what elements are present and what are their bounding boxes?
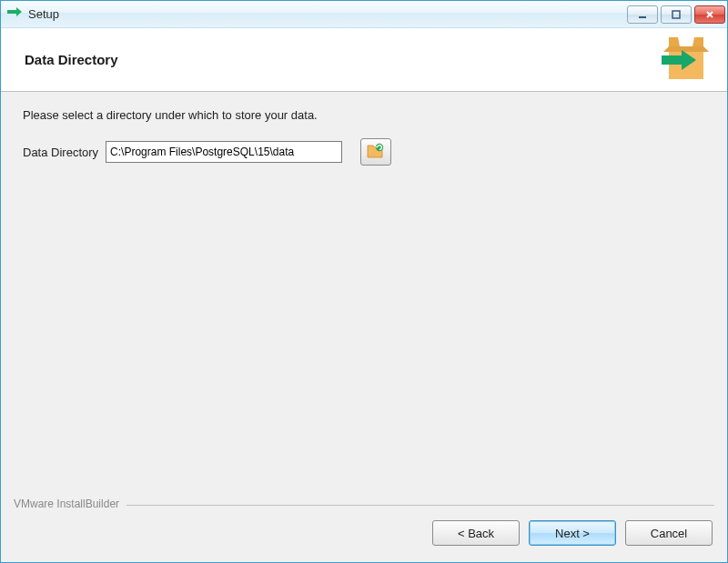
data-directory-label: Data Directory [23, 146, 98, 159]
svg-marker-5 [693, 37, 703, 46]
svg-rect-8 [662, 55, 682, 65]
titlebar: Setup [1, 1, 727, 28]
cancel-button[interactable]: Cancel [625, 520, 713, 546]
next-button[interactable]: Next > [529, 520, 616, 546]
back-button[interactable]: < Back [432, 520, 520, 546]
wizard-buttons: < Back Next > Cancel [1, 506, 727, 562]
wizard-content: Please select a directory under which to… [1, 92, 727, 505]
footer-separator: VMware InstallBuilder [14, 505, 714, 506]
instruction-text: Please select a directory under which to… [23, 108, 705, 122]
window-controls [627, 5, 725, 24]
svg-marker-1 [16, 7, 22, 16]
minimize-button[interactable] [627, 5, 658, 24]
box-arrow-icon [656, 35, 714, 86]
browse-folder-button[interactable] [360, 138, 391, 166]
close-button[interactable] [694, 5, 725, 24]
svg-marker-4 [669, 37, 680, 46]
app-arrow-icon [6, 6, 23, 23]
setup-window: Setup Data Directory [0, 0, 728, 563]
data-directory-input[interactable] [106, 141, 342, 163]
svg-marker-7 [663, 46, 709, 52]
folder-refresh-icon [367, 143, 385, 162]
svg-rect-2 [639, 16, 646, 18]
data-directory-row: Data Directory [23, 138, 705, 166]
svg-rect-3 [672, 11, 680, 18]
maximize-button[interactable] [661, 5, 692, 24]
page-title: Data Directory [25, 52, 118, 67]
svg-rect-0 [7, 10, 16, 14]
wizard-header: Data Directory [1, 28, 727, 92]
window-title: Setup [28, 7, 627, 21]
installbuilder-brand: VMware InstallBuilder [14, 498, 126, 510]
